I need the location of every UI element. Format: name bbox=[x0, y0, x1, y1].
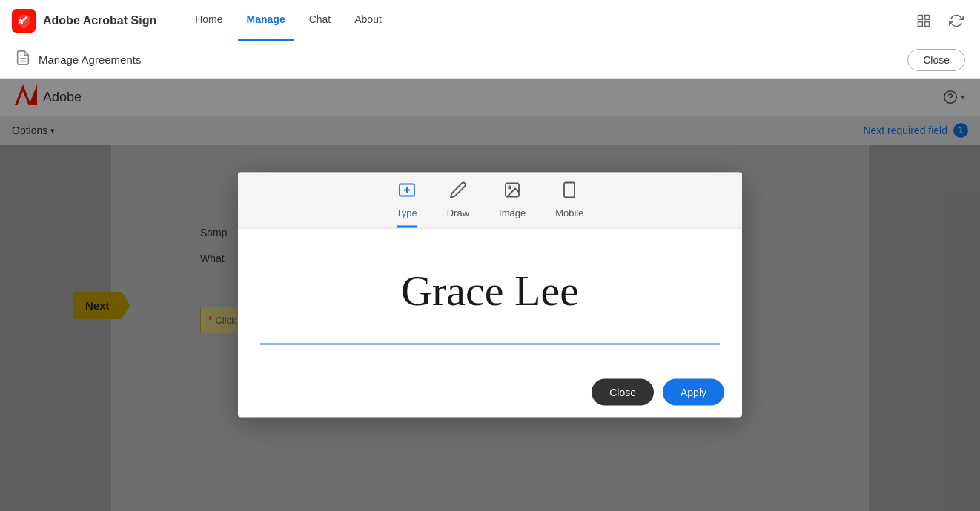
svg-rect-2 bbox=[925, 15, 930, 19]
svg-rect-3 bbox=[918, 21, 923, 26]
tab-type[interactable]: Type bbox=[397, 181, 417, 228]
close-button[interactable]: Close bbox=[907, 49, 965, 71]
sub-nav-title: Manage Agreements bbox=[39, 53, 141, 66]
svg-rect-4 bbox=[925, 21, 930, 26]
signature-underline bbox=[260, 344, 720, 345]
modal-body: Grace Lee bbox=[238, 229, 742, 367]
tab-mobile-label: Mobile bbox=[555, 207, 583, 218]
app-title: Adobe Acrobat Sign bbox=[43, 14, 156, 27]
type-icon bbox=[398, 181, 416, 203]
signature-modal: Type Draw Image bbox=[238, 173, 742, 418]
draw-icon bbox=[449, 181, 467, 203]
nav-home[interactable]: Home bbox=[186, 0, 231, 41]
app-logo: A Adobe Acrobat Sign bbox=[12, 9, 156, 33]
tab-draw-label: Draw bbox=[447, 207, 469, 218]
fullscreen-icon[interactable] bbox=[912, 9, 936, 33]
top-nav: A Adobe Acrobat Sign Home Manage Chat Ab… bbox=[0, 0, 980, 41]
nav-chat[interactable]: Chat bbox=[300, 0, 340, 41]
tab-draw[interactable]: Draw bbox=[447, 181, 469, 228]
tab-mobile[interactable]: Mobile bbox=[555, 181, 583, 228]
apply-button[interactable]: Apply bbox=[663, 379, 724, 406]
sub-nav-left: Manage Agreements bbox=[15, 50, 141, 70]
nav-items: Home Manage Chat About bbox=[186, 0, 894, 41]
main-area: Adobe ▾ Options ▾ Next required field 1 bbox=[0, 79, 980, 511]
nav-manage[interactable]: Manage bbox=[238, 0, 294, 41]
nav-right bbox=[912, 9, 968, 33]
image-icon bbox=[503, 181, 521, 203]
refresh-icon[interactable] bbox=[944, 9, 968, 33]
modal-tabs: Type Draw Image bbox=[238, 173, 742, 229]
tab-type-label: Type bbox=[397, 207, 417, 218]
modal-close-button[interactable]: Close bbox=[592, 379, 654, 406]
tab-image[interactable]: Image bbox=[499, 181, 526, 228]
agreements-icon bbox=[15, 50, 31, 70]
svg-rect-1 bbox=[918, 15, 923, 19]
svg-rect-14 bbox=[564, 183, 575, 198]
nav-about[interactable]: About bbox=[345, 0, 391, 41]
svg-point-13 bbox=[509, 187, 511, 189]
sub-nav: Manage Agreements Close bbox=[0, 41, 980, 79]
svg-text:A: A bbox=[18, 16, 24, 25]
modal-footer: Close Apply bbox=[238, 367, 742, 418]
tab-image-label: Image bbox=[499, 207, 526, 218]
mobile-icon bbox=[560, 181, 578, 203]
signature-text: Grace Lee bbox=[260, 266, 720, 315]
app-logo-icon: A bbox=[12, 9, 36, 33]
